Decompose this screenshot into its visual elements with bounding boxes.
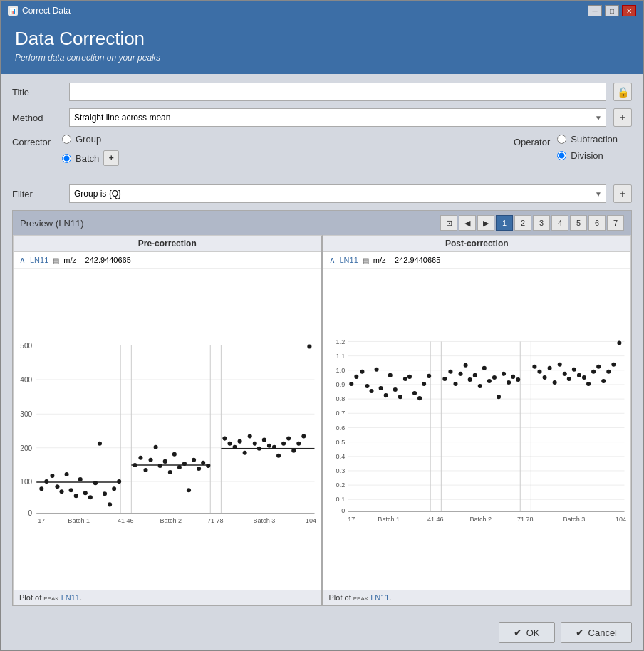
- svg-text:41 46: 41 46: [118, 517, 134, 524]
- post-chart-footer: Plot of peak LN11.: [323, 590, 631, 605]
- svg-point-158: [617, 340, 621, 345]
- svg-text:0.7: 0.7: [336, 410, 345, 417]
- svg-point-151: [581, 375, 586, 380]
- pre-chart-body: 500 400 300 200 100 0: [14, 269, 321, 590]
- svg-point-33: [108, 502, 112, 506]
- svg-text:104: 104: [306, 517, 316, 524]
- svg-point-49: [197, 467, 201, 471]
- svg-text:Batch 3: Batch 3: [563, 516, 585, 523]
- svg-point-48: [192, 458, 196, 462]
- svg-point-113: [374, 368, 378, 372]
- svg-text:200: 200: [20, 444, 32, 452]
- preview-toolbar: ⊡ ◀ ▶ 1 2 3 4 5 6 7: [440, 215, 624, 231]
- svg-point-34: [112, 486, 116, 491]
- svg-text:100: 100: [20, 478, 32, 486]
- maximize-button[interactable]: □: [605, 5, 619, 16]
- title-label: Title: [12, 87, 62, 98]
- svg-point-125: [442, 377, 447, 381]
- method-add-button[interactable]: +: [613, 108, 632, 127]
- operator-subtraction-radio[interactable]: [557, 135, 566, 144]
- operator-division-label[interactable]: Division: [571, 150, 603, 161]
- svg-point-52: [222, 437, 227, 441]
- svg-text:0: 0: [341, 507, 345, 514]
- preview-title: Preview (LN11): [20, 218, 84, 229]
- svg-point-58: [253, 442, 257, 446]
- svg-point-20: [44, 479, 48, 484]
- svg-text:400: 400: [20, 376, 32, 384]
- page-6-button[interactable]: 6: [588, 215, 606, 231]
- post-wave-icon: ∧: [329, 255, 336, 265]
- preview-header: Preview (LN11) ⊡ ◀ ▶ 1 2 3 4 5 6 7: [13, 211, 631, 235]
- svg-text:0.3: 0.3: [336, 467, 345, 474]
- operator-division-radio[interactable]: [557, 151, 566, 160]
- svg-point-23: [60, 489, 64, 494]
- page-1-button[interactable]: 1: [496, 215, 513, 231]
- svg-point-31: [98, 442, 102, 446]
- svg-point-109: [354, 375, 358, 379]
- ok-label: OK: [526, 627, 540, 638]
- corrector-batch-label[interactable]: Batch: [76, 153, 99, 164]
- batch-add-button[interactable]: +: [103, 150, 119, 166]
- svg-point-50: [201, 461, 205, 465]
- post-chart-svg: 1.2 1.1 1.0 0.9 0.8 0.7 0.6 0.5 0.4 0.3 …: [326, 271, 628, 587]
- close-button[interactable]: ✕: [622, 5, 636, 16]
- svg-text:71 78: 71 78: [516, 516, 533, 523]
- svg-text:1.0: 1.0: [336, 367, 345, 374]
- svg-point-30: [93, 481, 98, 485]
- reset-view-button[interactable]: ⊡: [440, 215, 457, 231]
- svg-point-152: [586, 382, 591, 386]
- minimize-button[interactable]: ─: [588, 5, 602, 16]
- page-2-button[interactable]: 2: [514, 215, 531, 231]
- svg-point-28: [83, 491, 88, 495]
- title-row: Title 🔒: [12, 83, 632, 101]
- svg-point-143: [542, 375, 546, 380]
- filter-select-wrapper: Group is {Q} None ▼: [69, 184, 606, 203]
- svg-point-69: [307, 345, 311, 349]
- svg-text:Batch 1: Batch 1: [378, 516, 400, 523]
- page-5-button[interactable]: 5: [570, 215, 587, 231]
- filter-select[interactable]: Group is {Q} None: [69, 184, 606, 203]
- svg-point-120: [407, 375, 411, 379]
- page-7-button[interactable]: 7: [607, 215, 624, 231]
- svg-point-126: [448, 370, 452, 374]
- svg-point-66: [291, 449, 296, 453]
- svg-point-19: [39, 486, 43, 491]
- operator-section: Operator Subtraction Division: [514, 134, 618, 161]
- svg-point-36: [133, 463, 137, 467]
- svg-point-130: [467, 377, 472, 382]
- page-3-button[interactable]: 3: [533, 215, 550, 231]
- svg-point-68: [301, 434, 306, 439]
- corrector-batch-radio[interactable]: [62, 154, 71, 163]
- operator-subtraction-label[interactable]: Subtraction: [571, 134, 618, 145]
- corrector-group-radio[interactable]: [62, 135, 71, 144]
- title-input[interactable]: [69, 83, 606, 101]
- svg-text:0.4: 0.4: [336, 453, 345, 460]
- title-icon-button[interactable]: 🔒: [613, 83, 632, 101]
- svg-text:0.9: 0.9: [336, 381, 345, 388]
- ok-button[interactable]: ✔ OK: [499, 622, 555, 643]
- filter-row: Filter Group is {Q} None ▼ +: [12, 184, 632, 203]
- next-button[interactable]: ▶: [477, 215, 494, 231]
- svg-text:17: 17: [348, 516, 355, 523]
- svg-point-51: [206, 464, 210, 468]
- pre-series-name: LN11: [61, 593, 80, 602]
- title-input-wrapper: [69, 83, 606, 101]
- prev-button[interactable]: ◀: [459, 215, 476, 231]
- cancel-button[interactable]: ✔ Cancel: [561, 622, 632, 643]
- svg-point-129: [463, 363, 467, 368]
- method-select[interactable]: Straight line across mean Moving average…: [69, 108, 606, 127]
- svg-point-59: [257, 447, 261, 451]
- page-subtitle: Perform data correction on your peaks: [15, 53, 629, 63]
- filter-add-button[interactable]: +: [613, 184, 632, 203]
- post-stack-icon: ▤: [363, 256, 369, 264]
- app-icon: 📊: [8, 6, 18, 16]
- svg-point-154: [596, 365, 601, 369]
- pre-chart-footer: Plot of peak LN11.: [14, 590, 321, 605]
- svg-point-24: [65, 472, 69, 476]
- svg-point-56: [243, 451, 247, 455]
- titlebar-left: 📊 Correct Data: [8, 6, 71, 16]
- pre-stack-icon: ▤: [53, 256, 59, 264]
- svg-text:500: 500: [20, 342, 32, 350]
- page-4-button[interactable]: 4: [551, 215, 568, 231]
- corrector-group-label[interactable]: Group: [76, 134, 101, 145]
